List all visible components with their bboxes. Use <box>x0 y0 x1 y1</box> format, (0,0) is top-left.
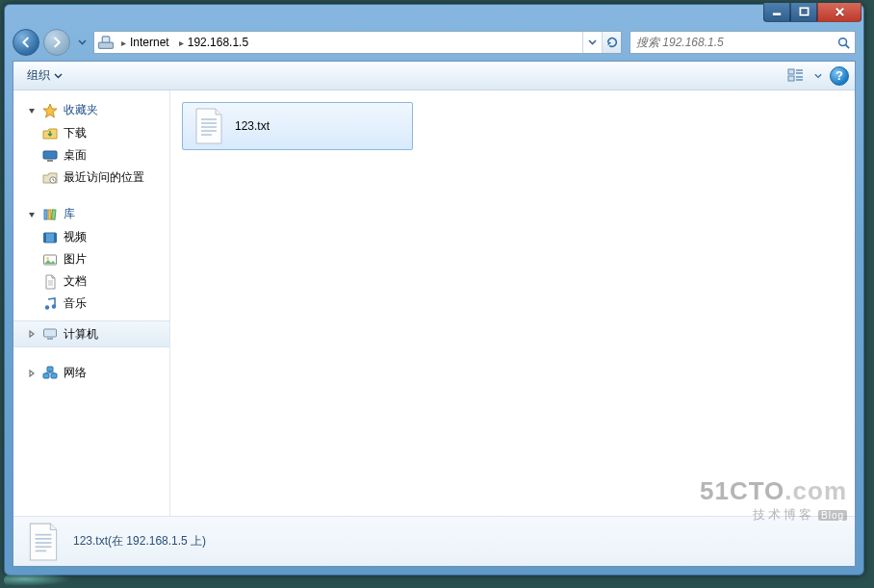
refresh-icon <box>605 36 619 49</box>
text-file-icon <box>25 521 62 563</box>
chevron-down-icon[interactable] <box>814 73 822 79</box>
details-caption: 123.txt(在 192.168.1.5 上) <box>73 533 206 550</box>
arrow-right-icon <box>50 36 64 49</box>
nav-item-recent[interactable]: 最近访问的位置 <box>13 166 169 189</box>
svg-point-26 <box>52 304 56 308</box>
nav-row: ▸ Internet ▸ 192.168.1.5 <box>5 26 863 59</box>
svg-point-4 <box>839 38 847 45</box>
nav-item-label: 文档 <box>64 273 87 290</box>
history-dropdown[interactable] <box>74 39 90 45</box>
svg-rect-5 <box>788 69 794 74</box>
libraries-icon <box>42 207 58 222</box>
picture-icon <box>42 252 58 268</box>
svg-point-25 <box>45 305 49 309</box>
svg-rect-15 <box>48 210 51 219</box>
organize-menu[interactable]: 组织 <box>21 65 68 86</box>
text-file-icon <box>193 107 225 145</box>
computer-label: 计算机 <box>64 326 98 343</box>
video-icon <box>42 230 58 245</box>
desktop-icon <box>42 148 58 164</box>
libraries-label: 库 <box>64 206 75 222</box>
explorer-body: 收藏夹 下载 桌面 最近访问的位置 <box>13 90 855 516</box>
recent-icon <box>42 170 58 186</box>
back-button[interactable] <box>13 29 39 56</box>
nav-item-label: 下载 <box>64 125 87 141</box>
nav-item-label: 视频 <box>64 229 87 245</box>
svg-rect-18 <box>44 233 47 243</box>
location-icon <box>96 33 116 52</box>
help-icon: ? <box>835 68 843 83</box>
taskbar-fragment <box>4 575 71 586</box>
svg-rect-11 <box>43 151 57 159</box>
svg-rect-0 <box>772 13 780 15</box>
nav-item-network[interactable]: 网络 <box>13 361 169 385</box>
network-icon <box>42 366 58 381</box>
nav-item-music[interactable]: 音乐 <box>13 293 169 315</box>
nav-item-label: 桌面 <box>64 147 87 164</box>
navigation-pane[interactable]: 收藏夹 下载 桌面 最近访问的位置 <box>13 90 170 516</box>
expand-icon <box>27 329 37 339</box>
document-icon <box>42 274 58 290</box>
svg-rect-2 <box>99 42 114 48</box>
music-icon <box>42 296 58 312</box>
close-icon <box>835 7 845 17</box>
nav-item-label: 最近访问的位置 <box>64 169 144 186</box>
arrow-left-icon <box>19 36 33 49</box>
chevron-down-icon <box>588 39 597 45</box>
maximize-button[interactable] <box>790 3 817 22</box>
forward-button[interactable] <box>43 29 70 56</box>
svg-rect-12 <box>47 160 53 162</box>
explorer-window: ▸ Internet ▸ 192.168.1.5 组织 <box>4 4 864 575</box>
expand-icon <box>27 369 37 378</box>
search-input[interactable] <box>634 35 836 50</box>
nav-item-downloads[interactable]: 下载 <box>13 122 169 144</box>
chevron-right-icon: ▸ <box>121 38 126 48</box>
svg-rect-30 <box>51 373 57 378</box>
nav-item-videos[interactable]: 视频 <box>13 226 169 248</box>
chevron-right-icon: ▸ <box>179 38 184 48</box>
nav-group-favorites[interactable]: 收藏夹 <box>13 98 169 122</box>
help-button[interactable]: ? <box>830 66 849 86</box>
collapse-icon <box>27 106 37 115</box>
titlebar[interactable] <box>5 5 863 26</box>
address-bar[interactable]: ▸ Internet ▸ 192.168.1.5 <box>93 31 622 54</box>
file-item[interactable]: 123.txt <box>182 102 413 150</box>
breadcrumb-root: Internet <box>130 36 169 49</box>
organize-label: 组织 <box>27 67 50 84</box>
view-icon <box>787 67 805 85</box>
file-list-pane[interactable]: 123.txt <box>170 90 855 516</box>
minimize-icon <box>772 7 783 17</box>
svg-rect-14 <box>44 210 47 219</box>
view-options-button[interactable] <box>785 65 807 87</box>
collapse-icon <box>27 210 37 219</box>
svg-rect-1 <box>800 8 808 14</box>
nav-item-desktop[interactable]: 桌面 <box>13 144 169 166</box>
breadcrumb-segment[interactable]: ▸ 192.168.1.5 <box>175 32 254 53</box>
nav-item-pictures[interactable]: 图片 <box>13 248 169 270</box>
nav-item-label: 音乐 <box>64 295 87 312</box>
nav-item-documents[interactable]: 文档 <box>13 270 169 293</box>
svg-rect-28 <box>47 338 53 340</box>
chevron-down-icon <box>54 73 63 79</box>
address-dropdown[interactable] <box>582 32 602 53</box>
search-icon[interactable] <box>836 36 851 50</box>
svg-rect-19 <box>54 233 57 243</box>
svg-rect-27 <box>44 329 57 337</box>
favorites-label: 收藏夹 <box>64 102 98 118</box>
nav-item-label: 图片 <box>64 251 87 268</box>
nav-item-computer[interactable]: 计算机 <box>13 320 169 347</box>
svg-rect-6 <box>788 76 794 81</box>
client-area: 组织 ? <box>13 61 856 567</box>
network-label: 网络 <box>64 365 87 381</box>
svg-rect-16 <box>51 209 56 218</box>
star-icon <box>42 103 58 118</box>
search-box[interactable] <box>630 31 856 54</box>
close-button[interactable] <box>817 3 861 22</box>
command-bar: 组织 ? <box>13 62 855 90</box>
nav-group-libraries[interactable]: 库 <box>13 202 169 226</box>
minimize-button[interactable] <box>763 3 790 22</box>
details-pane: 123.txt(在 192.168.1.5 上) <box>13 516 855 566</box>
file-name: 123.txt <box>235 119 270 133</box>
breadcrumb-segment[interactable]: ▸ Internet <box>117 32 175 53</box>
refresh-button[interactable] <box>602 32 621 53</box>
